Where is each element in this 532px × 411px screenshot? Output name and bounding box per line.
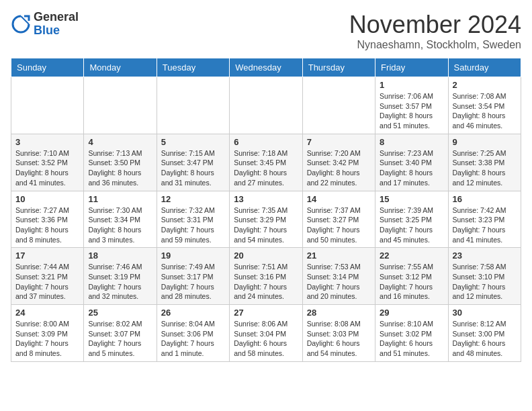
cell-info-text: Sunrise: 7:23 AM Sunset: 3:40 PM Dayligh…: [380, 148, 443, 188]
cell-info-text: Sunrise: 7:58 AM Sunset: 3:10 PM Dayligh…: [453, 262, 517, 302]
cell-day-number: 15: [380, 194, 443, 204]
cell-day-number: 17: [15, 250, 79, 261]
cell-info-text: Sunrise: 7:39 AM Sunset: 3:25 PM Dayligh…: [380, 205, 443, 245]
cell-day-number: 5: [161, 137, 225, 147]
cell-day-number: 13: [234, 194, 298, 204]
cell-day-number: 27: [234, 308, 298, 318]
header-saturday: Saturday: [448, 58, 521, 77]
logo: General Blue: [11, 11, 79, 38]
cell-day-number: 8: [380, 137, 443, 147]
cell-day-number: 12: [161, 194, 225, 204]
calendar-cell: [302, 77, 375, 134]
cell-info-text: Sunrise: 7:42 AM Sunset: 3:23 PM Dayligh…: [453, 205, 517, 245]
cell-day-number: 11: [88, 194, 152, 204]
cell-day-number: 25: [88, 308, 152, 318]
cell-info-text: Sunrise: 7:53 AM Sunset: 3:14 PM Dayligh…: [307, 262, 371, 302]
cell-day-number: 30: [453, 308, 517, 318]
cell-info-text: Sunrise: 8:04 AM Sunset: 3:06 PM Dayligh…: [161, 319, 225, 359]
cell-info-text: Sunrise: 7:08 AM Sunset: 3:54 PM Dayligh…: [453, 91, 517, 131]
cell-day-number: 2: [453, 80, 517, 90]
page: General Blue November 2024 Nynaeshamn, S…: [0, 0, 532, 373]
cell-info-text: Sunrise: 7:37 AM Sunset: 3:27 PM Dayligh…: [307, 205, 371, 245]
calendar-cell: 12Sunrise: 7:32 AM Sunset: 3:31 PM Dayli…: [157, 191, 229, 248]
calendar-cell: 26Sunrise: 8:04 AM Sunset: 3:06 PM Dayli…: [157, 305, 229, 362]
cell-info-text: Sunrise: 7:32 AM Sunset: 3:31 PM Dayligh…: [161, 205, 225, 245]
cell-info-text: Sunrise: 7:06 AM Sunset: 3:57 PM Dayligh…: [380, 91, 443, 131]
cell-day-number: 4: [88, 137, 152, 147]
calendar: Sunday Monday Tuesday Wednesday Thursday…: [11, 58, 521, 362]
cell-day-number: 7: [307, 137, 371, 147]
calendar-week-row: 10Sunrise: 7:27 AM Sunset: 3:36 PM Dayli…: [11, 191, 521, 248]
calendar-cell: 24Sunrise: 8:00 AM Sunset: 3:09 PM Dayli…: [11, 305, 84, 362]
cell-info-text: Sunrise: 8:08 AM Sunset: 3:03 PM Dayligh…: [307, 319, 371, 359]
header-tuesday: Tuesday: [157, 58, 229, 77]
calendar-cell: 23Sunrise: 7:58 AM Sunset: 3:10 PM Dayli…: [448, 248, 521, 305]
cell-info-text: Sunrise: 7:46 AM Sunset: 3:19 PM Dayligh…: [88, 262, 152, 302]
header-monday: Monday: [84, 58, 157, 77]
location: Nynaeshamn, Stockholm, Sweden: [349, 39, 521, 51]
calendar-cell: [157, 77, 229, 134]
cell-info-text: Sunrise: 7:15 AM Sunset: 3:47 PM Dayligh…: [161, 148, 225, 188]
calendar-cell: 14Sunrise: 7:37 AM Sunset: 3:27 PM Dayli…: [302, 191, 375, 248]
cell-day-number: 19: [161, 250, 225, 261]
calendar-cell: [230, 77, 302, 134]
cell-info-text: Sunrise: 7:49 AM Sunset: 3:17 PM Dayligh…: [161, 262, 225, 302]
calendar-week-row: 3Sunrise: 7:10 AM Sunset: 3:52 PM Daylig…: [11, 134, 521, 191]
cell-info-text: Sunrise: 8:06 AM Sunset: 3:04 PM Dayligh…: [234, 319, 298, 359]
cell-day-number: 18: [88, 250, 152, 261]
cell-info-text: Sunrise: 8:12 AM Sunset: 3:00 PM Dayligh…: [453, 319, 517, 359]
header: General Blue November 2024 Nynaeshamn, S…: [11, 11, 521, 51]
cell-info-text: Sunrise: 7:44 AM Sunset: 3:21 PM Dayligh…: [15, 262, 79, 302]
calendar-cell: 11Sunrise: 7:30 AM Sunset: 3:34 PM Dayli…: [84, 191, 157, 248]
calendar-cell: 7Sunrise: 7:20 AM Sunset: 3:42 PM Daylig…: [302, 134, 375, 191]
cell-info-text: Sunrise: 7:25 AM Sunset: 3:38 PM Dayligh…: [453, 148, 517, 188]
calendar-cell: 6Sunrise: 7:18 AM Sunset: 3:45 PM Daylig…: [230, 134, 302, 191]
calendar-cell: 10Sunrise: 7:27 AM Sunset: 3:36 PM Dayli…: [11, 191, 84, 248]
cell-day-number: 6: [234, 137, 298, 147]
calendar-cell: 5Sunrise: 7:15 AM Sunset: 3:47 PM Daylig…: [157, 134, 229, 191]
calendar-week-row: 24Sunrise: 8:00 AM Sunset: 3:09 PM Dayli…: [11, 305, 521, 362]
logo-blue: Blue: [34, 24, 79, 38]
calendar-cell: 20Sunrise: 7:51 AM Sunset: 3:16 PM Dayli…: [230, 248, 302, 305]
calendar-cell: 13Sunrise: 7:35 AM Sunset: 3:29 PM Dayli…: [230, 191, 302, 248]
calendar-cell: 30Sunrise: 8:12 AM Sunset: 3:00 PM Dayli…: [448, 305, 521, 362]
calendar-cell: 29Sunrise: 8:10 AM Sunset: 3:02 PM Dayli…: [375, 305, 448, 362]
header-wednesday: Wednesday: [230, 58, 302, 77]
cell-day-number: 20: [234, 250, 298, 261]
calendar-cell: 2Sunrise: 7:08 AM Sunset: 3:54 PM Daylig…: [448, 77, 521, 134]
cell-day-number: 24: [15, 308, 79, 318]
header-friday: Friday: [375, 58, 448, 77]
calendar-cell: 16Sunrise: 7:42 AM Sunset: 3:23 PM Dayli…: [448, 191, 521, 248]
calendar-cell: 18Sunrise: 7:46 AM Sunset: 3:19 PM Dayli…: [84, 248, 157, 305]
calendar-cell: 27Sunrise: 8:06 AM Sunset: 3:04 PM Dayli…: [230, 305, 302, 362]
cell-day-number: 23: [453, 250, 517, 261]
cell-day-number: 21: [307, 250, 371, 261]
logo-icon: [11, 14, 31, 34]
calendar-cell: 9Sunrise: 7:25 AM Sunset: 3:38 PM Daylig…: [448, 134, 521, 191]
calendar-cell: 19Sunrise: 7:49 AM Sunset: 3:17 PM Dayli…: [157, 248, 229, 305]
cell-day-number: 14: [307, 194, 371, 204]
calendar-cell: 17Sunrise: 7:44 AM Sunset: 3:21 PM Dayli…: [11, 248, 84, 305]
calendar-cell: 4Sunrise: 7:13 AM Sunset: 3:50 PM Daylig…: [84, 134, 157, 191]
cell-info-text: Sunrise: 7:13 AM Sunset: 3:50 PM Dayligh…: [88, 148, 152, 188]
cell-info-text: Sunrise: 8:00 AM Sunset: 3:09 PM Dayligh…: [15, 319, 79, 359]
calendar-week-row: 17Sunrise: 7:44 AM Sunset: 3:21 PM Dayli…: [11, 248, 521, 305]
cell-day-number: 26: [161, 308, 225, 318]
cell-info-text: Sunrise: 7:30 AM Sunset: 3:34 PM Dayligh…: [88, 205, 152, 245]
cell-info-text: Sunrise: 7:10 AM Sunset: 3:52 PM Dayligh…: [15, 148, 79, 188]
cell-day-number: 9: [453, 137, 517, 147]
calendar-cell: 22Sunrise: 7:55 AM Sunset: 3:12 PM Dayli…: [375, 248, 448, 305]
calendar-cell: 15Sunrise: 7:39 AM Sunset: 3:25 PM Dayli…: [375, 191, 448, 248]
cell-day-number: 1: [380, 80, 443, 90]
month-title: November 2024: [349, 11, 521, 39]
cell-info-text: Sunrise: 8:10 AM Sunset: 3:02 PM Dayligh…: [380, 319, 443, 359]
calendar-week-row: 1Sunrise: 7:06 AM Sunset: 3:57 PM Daylig…: [11, 77, 521, 134]
calendar-cell: 3Sunrise: 7:10 AM Sunset: 3:52 PM Daylig…: [11, 134, 84, 191]
cell-day-number: 28: [307, 308, 371, 318]
logo-general: General: [34, 11, 79, 24]
cell-day-number: 22: [380, 250, 443, 261]
cell-info-text: Sunrise: 7:20 AM Sunset: 3:42 PM Dayligh…: [307, 148, 371, 188]
calendar-cell: 8Sunrise: 7:23 AM Sunset: 3:40 PM Daylig…: [375, 134, 448, 191]
cell-info-text: Sunrise: 7:55 AM Sunset: 3:12 PM Dayligh…: [380, 262, 443, 302]
header-sunday: Sunday: [11, 58, 84, 77]
